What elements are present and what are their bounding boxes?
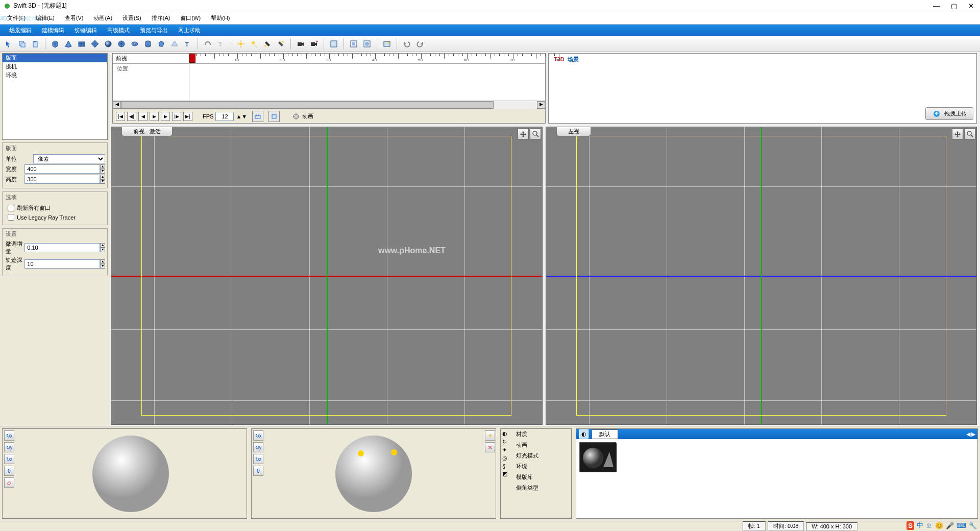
spot-light[interactable] [262, 38, 273, 50]
pyramid-primitive[interactable] [169, 38, 180, 50]
single-view[interactable] [328, 38, 339, 50]
light-add[interactable]: ☀ [485, 430, 495, 441]
render-preview[interactable] [381, 38, 393, 50]
ime-keyboard[interactable]: ⌨ [957, 522, 966, 529]
menu-help[interactable]: 帮助(H) [209, 13, 232, 23]
undo-button[interactable] [401, 38, 412, 50]
list-item[interactable]: 版面 [3, 54, 107, 62]
scroll-thumb[interactable] [121, 101, 494, 109]
unit-select[interactable]: 像素 [33, 154, 105, 163]
polyhedra-primitive[interactable] [156, 38, 167, 50]
width-input[interactable] [24, 164, 100, 174]
viewport-label[interactable]: 前视 - 激活 [121, 127, 173, 136]
light-trackball[interactable] [264, 429, 483, 518]
menu-window[interactable]: 窗口(W) [178, 13, 203, 23]
trackball[interactable] [15, 429, 247, 518]
viewport-left[interactable]: 左视 [546, 127, 977, 425]
legacy-raytracer-check[interactable] [8, 214, 14, 221]
octahedron-primitive[interactable] [89, 38, 101, 50]
cube-primitive[interactable] [50, 38, 61, 50]
plane-primitive[interactable] [76, 38, 87, 50]
fps-input[interactable] [215, 112, 234, 121]
ime-settings-icon[interactable]: 🔧 [969, 522, 977, 529]
list-item[interactable]: 环境 [3, 71, 107, 80]
gallery-prev[interactable]: ◀ [966, 431, 970, 438]
pan-tool[interactable] [952, 128, 963, 139]
menu-file[interactable]: 文件(F) [5, 13, 28, 23]
mat-category[interactable]: 环境 [513, 461, 571, 472]
list-item[interactable]: 摄机 [3, 62, 107, 71]
pointer-tool[interactable] [3, 38, 14, 50]
copy-tool[interactable] [16, 38, 28, 50]
gallery-next[interactable]: ▶ [971, 431, 975, 438]
ime-voice[interactable]: 🎤 [946, 522, 954, 529]
material-icon-1[interactable]: ◐ [502, 430, 511, 437]
tab-advanced[interactable]: 高级模式 [102, 25, 135, 36]
spin-down[interactable]: ▼ [100, 169, 105, 174]
frame-num[interactable]: 0 [253, 466, 263, 476]
torus-primitive[interactable] [129, 38, 140, 50]
sphere-primitive[interactable] [103, 38, 114, 50]
material-icon-4[interactable]: ◎ [502, 455, 511, 462]
cylinder-primitive[interactable] [142, 38, 154, 50]
upload-button[interactable]: 拖拽上传 [925, 107, 973, 120]
ime-logo[interactable]: S [906, 521, 914, 530]
scroll-left[interactable]: ◀ [113, 101, 121, 109]
scroll-right[interactable]: ▶ [537, 101, 545, 109]
ime-emoji[interactable]: 😊 [935, 522, 943, 529]
mat-category[interactable]: 动画 [513, 440, 571, 450]
rotate-y-icon[interactable]: ↻y [253, 442, 263, 452]
spin-up[interactable]: ▲ [100, 164, 105, 169]
nudge-input[interactable] [24, 243, 100, 252]
frame-selected[interactable] [348, 38, 359, 50]
frame-num[interactable]: 0 [4, 466, 14, 476]
next-key[interactable]: |▶ [172, 112, 181, 121]
menu-edit[interactable]: 编辑(E) [34, 13, 57, 23]
maximize-button[interactable]: ▢ [951, 2, 957, 10]
redo-button[interactable] [414, 38, 426, 50]
menu-arrange[interactable]: 排序(A) [150, 13, 173, 23]
mat-category[interactable]: 模版库 [513, 472, 571, 482]
menu-view[interactable]: 查看(V) [63, 13, 86, 23]
material-icon-6[interactable]: ◩ [502, 471, 511, 477]
tab-preview-export[interactable]: 预览与导出 [135, 25, 173, 36]
minimize-button[interactable]: — [933, 2, 940, 10]
target-camera[interactable] [308, 38, 320, 50]
material-icon-2[interactable]: ↻ [502, 439, 511, 445]
text-extrude-tool[interactable]: T [215, 38, 227, 50]
mat-category[interactable]: 灯光模式 [513, 450, 571, 461]
material-thumb[interactable] [579, 442, 616, 472]
lock-icon[interactable]: ◇ [4, 477, 14, 488]
gallery-opts-icon[interactable]: ◐ [579, 429, 589, 439]
timeline-ruler[interactable]: 1020304050607080 [189, 54, 545, 63]
spin-down[interactable]: ▼ [100, 179, 105, 184]
point-light[interactable] [275, 38, 286, 50]
free-camera[interactable] [295, 38, 306, 50]
spin-up[interactable]: ▲ [100, 175, 105, 179]
extrude-tool[interactable] [202, 38, 213, 50]
next-frame[interactable]: ▶ [161, 112, 170, 121]
loop-toggle[interactable] [268, 111, 280, 122]
mat-category[interactable]: 倒角类型 [513, 482, 571, 493]
zoom-tool[interactable] [530, 128, 541, 139]
target-light[interactable] [249, 38, 260, 50]
geosphere-primitive[interactable] [116, 38, 127, 50]
key-toggle[interactable] [252, 111, 263, 122]
ime-punct[interactable]: ㄓ [926, 521, 933, 530]
material-icon-5[interactable]: § [502, 463, 511, 469]
ime-lang[interactable]: 中 [917, 521, 923, 530]
rotate-y-icon[interactable]: ↻y [4, 442, 14, 452]
prev-frame[interactable]: ◀ [138, 112, 148, 121]
playhead[interactable] [189, 54, 195, 63]
rotate-z-icon[interactable]: ↻z [253, 454, 263, 464]
viewport-front[interactable]: 前视 - 激活 www.pHome.NET [111, 127, 543, 425]
tab-scene-edit[interactable]: 场景编辑 [4, 25, 37, 36]
depth-input[interactable] [24, 259, 100, 269]
mat-category[interactable]: 材质 [513, 429, 571, 440]
light-del[interactable]: ✕ [485, 442, 495, 452]
object-list[interactable]: 版面 摄机 环境 [2, 53, 108, 140]
pan-tool[interactable] [518, 128, 529, 139]
zoom-tool[interactable] [964, 128, 975, 139]
rotate-x-icon[interactable]: ↻x [253, 430, 263, 441]
prev-key[interactable]: ◀| [127, 112, 136, 121]
